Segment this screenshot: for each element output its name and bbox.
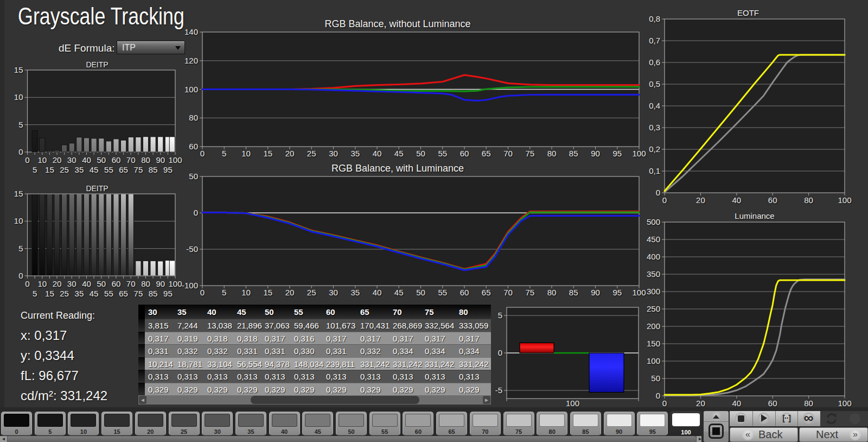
- svg-text:EOTF: EOTF: [737, 8, 759, 17]
- svg-text:120: 120: [184, 56, 198, 65]
- svg-text:40: 40: [82, 155, 91, 165]
- svg-text:80: 80: [141, 155, 150, 165]
- svg-text:70: 70: [126, 155, 136, 165]
- svg-text:200: 200: [647, 321, 660, 331]
- svg-text:15: 15: [263, 149, 272, 158]
- svg-text:100: 100: [566, 399, 579, 408]
- svg-text:20: 20: [53, 279, 62, 288]
- svg-text:90: 90: [591, 288, 600, 297]
- svg-text:5: 5: [18, 120, 23, 129]
- svg-text:5: 5: [33, 289, 37, 298]
- svg-text:70: 70: [503, 149, 513, 158]
- svg-text:0: 0: [656, 391, 660, 400]
- svg-text:60: 60: [112, 155, 121, 165]
- svg-text:-100: -100: [182, 281, 198, 290]
- svg-text:300: 300: [647, 287, 660, 296]
- svg-text:0: 0: [25, 279, 29, 288]
- svg-text:0: 0: [18, 147, 23, 156]
- svg-text:0,3: 0,3: [649, 123, 660, 132]
- svg-text:5: 5: [222, 149, 226, 158]
- svg-text:10: 10: [37, 279, 47, 288]
- svg-text:40: 40: [373, 288, 382, 297]
- svg-text:100: 100: [168, 279, 182, 288]
- svg-text:85: 85: [569, 149, 578, 158]
- svg-text:85: 85: [149, 289, 158, 298]
- svg-text:RGB Balance, without Luminance: RGB Balance, without Luminance: [324, 18, 470, 29]
- svg-text:25: 25: [307, 288, 316, 297]
- svg-text:75: 75: [525, 288, 534, 297]
- svg-text:75: 75: [134, 165, 143, 174]
- svg-text:150: 150: [647, 339, 660, 348]
- svg-text:20: 20: [285, 288, 295, 297]
- svg-text:0: 0: [18, 271, 23, 280]
- svg-text:60: 60: [189, 142, 198, 151]
- svg-text:0,1: 0,1: [649, 166, 660, 175]
- svg-text:0: 0: [662, 195, 667, 205]
- svg-text:350: 350: [647, 269, 660, 279]
- svg-text:5: 5: [222, 288, 226, 297]
- svg-text:75: 75: [525, 149, 534, 158]
- svg-text:40: 40: [732, 399, 741, 408]
- svg-text:-50: -50: [186, 244, 198, 254]
- svg-text:90: 90: [591, 149, 600, 158]
- svg-text:15: 15: [45, 165, 54, 174]
- svg-text:70: 70: [503, 288, 513, 297]
- svg-text:10: 10: [14, 92, 23, 102]
- svg-text:65: 65: [119, 165, 128, 174]
- svg-text:55: 55: [104, 289, 113, 298]
- svg-text:0: 0: [662, 399, 667, 408]
- svg-text:60: 60: [460, 149, 469, 158]
- svg-text:100: 100: [632, 288, 646, 297]
- svg-text:100: 100: [184, 85, 198, 94]
- svg-text:0: 0: [498, 348, 502, 357]
- svg-text:15: 15: [14, 189, 23, 198]
- svg-text:95: 95: [163, 289, 173, 298]
- svg-text:15: 15: [14, 65, 23, 74]
- svg-text:DEITP: DEITP: [86, 184, 108, 193]
- svg-text:25: 25: [307, 149, 316, 158]
- svg-text:0: 0: [200, 288, 205, 297]
- svg-text:45: 45: [90, 165, 99, 174]
- svg-text:35: 35: [350, 149, 360, 158]
- svg-text:500: 500: [647, 217, 660, 226]
- svg-text:100: 100: [168, 155, 182, 165]
- svg-text:30: 30: [67, 155, 76, 165]
- svg-text:50: 50: [651, 374, 660, 383]
- svg-text:0,8: 0,8: [649, 14, 660, 23]
- svg-text:15: 15: [263, 288, 272, 297]
- svg-text:75: 75: [134, 289, 143, 298]
- svg-text:80: 80: [804, 399, 813, 408]
- svg-text:80: 80: [547, 288, 557, 297]
- svg-text:30: 30: [329, 288, 338, 297]
- svg-text:100: 100: [632, 149, 646, 158]
- svg-text:80: 80: [189, 113, 198, 122]
- svg-text:5: 5: [33, 165, 37, 174]
- svg-text:70: 70: [126, 279, 136, 288]
- svg-text:250: 250: [647, 304, 660, 313]
- svg-text:100: 100: [647, 356, 660, 365]
- svg-text:30: 30: [67, 279, 76, 288]
- svg-text:0,2: 0,2: [649, 144, 660, 154]
- svg-text:45: 45: [90, 289, 99, 298]
- svg-text:95: 95: [612, 149, 622, 158]
- svg-text:60: 60: [112, 279, 121, 288]
- svg-text:50: 50: [97, 155, 106, 165]
- svg-text:80: 80: [141, 279, 150, 288]
- svg-text:0,4: 0,4: [649, 101, 660, 110]
- svg-text:85: 85: [149, 165, 158, 174]
- svg-text:40: 40: [373, 149, 382, 158]
- svg-text:25: 25: [60, 289, 69, 298]
- svg-text:30: 30: [329, 149, 338, 158]
- svg-text:0: 0: [194, 208, 198, 217]
- svg-text:65: 65: [482, 288, 491, 297]
- svg-text:140: 140: [184, 27, 198, 36]
- svg-text:60: 60: [460, 288, 469, 297]
- svg-text:35: 35: [75, 289, 84, 298]
- svg-text:-5: -5: [495, 386, 502, 395]
- svg-text:50: 50: [189, 172, 198, 181]
- svg-text:10: 10: [37, 155, 47, 165]
- svg-text:100: 100: [838, 195, 851, 205]
- svg-text:50: 50: [97, 279, 106, 288]
- svg-text:45: 45: [394, 288, 404, 297]
- svg-text:95: 95: [612, 288, 622, 297]
